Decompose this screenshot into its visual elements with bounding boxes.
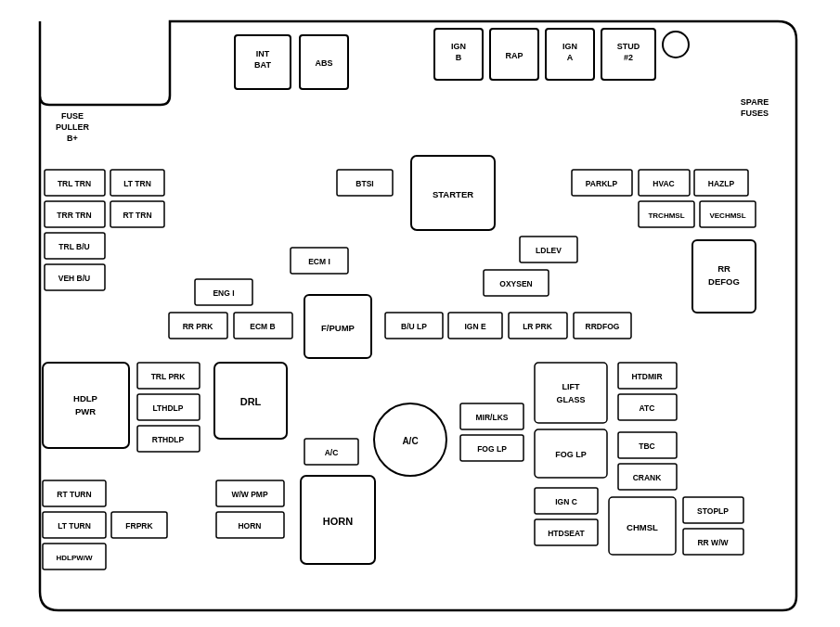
svg-text:IGN E: IGN E bbox=[464, 322, 485, 331]
svg-text:DRL: DRL bbox=[239, 396, 261, 407]
svg-text:HORN: HORN bbox=[322, 516, 352, 527]
svg-text:RR W/W: RR W/W bbox=[697, 538, 729, 547]
svg-text:LIFT: LIFT bbox=[562, 382, 579, 391]
svg-text:STARTER: STARTER bbox=[432, 189, 472, 199]
svg-text:HTDSEAT: HTDSEAT bbox=[548, 529, 585, 538]
svg-text:B: B bbox=[455, 53, 461, 62]
svg-text:MIR/LKS: MIR/LKS bbox=[475, 413, 508, 422]
svg-text:HDLPW/W: HDLPW/W bbox=[56, 554, 93, 562]
svg-text:STUD: STUD bbox=[616, 42, 640, 51]
svg-text:LT TURN: LT TURN bbox=[58, 521, 91, 531]
svg-text:BAT: BAT bbox=[254, 60, 271, 70]
svg-text:A: A bbox=[566, 53, 573, 62]
svg-text:FOG LP: FOG LP bbox=[555, 450, 587, 459]
svg-text:IGN C: IGN C bbox=[555, 497, 577, 506]
svg-text:ECM B: ECM B bbox=[250, 322, 275, 331]
svg-text:B/U LP: B/U LP bbox=[401, 322, 427, 331]
svg-text:ABS: ABS bbox=[315, 58, 332, 68]
svg-text:HORN: HORN bbox=[238, 521, 261, 531]
svg-text:FOG LP: FOG LP bbox=[477, 444, 507, 454]
svg-text:RTHDLP: RTHDLP bbox=[151, 435, 184, 444]
svg-text:ECM I: ECM I bbox=[308, 257, 330, 266]
svg-text:RT TURN: RT TURN bbox=[57, 490, 91, 499]
svg-text:HVAC: HVAC bbox=[653, 179, 674, 188]
svg-text:TRL PRK: TRL PRK bbox=[150, 372, 186, 381]
svg-text:TRCHMSL: TRCHMSL bbox=[648, 211, 684, 220]
svg-text:RT TRN: RT TRN bbox=[123, 211, 151, 220]
svg-text:IGN: IGN bbox=[562, 42, 576, 51]
svg-rect-92 bbox=[535, 363, 607, 423]
svg-text:RR PRK: RR PRK bbox=[182, 322, 213, 331]
svg-text:OXYSEN: OXYSEN bbox=[499, 279, 532, 288]
svg-text:F/PUMP: F/PUMP bbox=[321, 323, 355, 333]
svg-text:#2: #2 bbox=[623, 53, 632, 62]
svg-text:SPARE: SPARE bbox=[740, 97, 768, 107]
svg-rect-73 bbox=[43, 363, 129, 448]
svg-text:HDLP: HDLP bbox=[73, 393, 98, 403]
svg-text:VECHMSL: VECHMSL bbox=[709, 211, 745, 220]
svg-text:CRANK: CRANK bbox=[632, 473, 662, 482]
svg-text:TBC: TBC bbox=[639, 441, 654, 451]
svg-text:HTDMIR: HTDMIR bbox=[631, 372, 662, 381]
fuse-diagram: INT BAT ABS IGN B RAP IGN A STUD #2 FUSE… bbox=[17, 12, 824, 615]
svg-text:TRL B/U: TRL B/U bbox=[58, 242, 89, 251]
svg-text:LR PRK: LR PRK bbox=[523, 322, 553, 331]
svg-text:TRR TRN: TRR TRN bbox=[57, 211, 91, 220]
svg-text:RAP: RAP bbox=[505, 51, 523, 60]
svg-text:INT: INT bbox=[255, 49, 269, 58]
svg-text:CHMSL: CHMSL bbox=[627, 522, 658, 532]
svg-text:RRDFOG: RRDFOG bbox=[585, 322, 619, 331]
svg-text:FUSES: FUSES bbox=[740, 109, 768, 118]
svg-point-16 bbox=[663, 32, 689, 58]
svg-text:A/C: A/C bbox=[324, 448, 338, 457]
svg-text:RR: RR bbox=[717, 263, 730, 274]
svg-text:W/W PMP: W/W PMP bbox=[231, 490, 268, 499]
svg-text:B+: B+ bbox=[67, 134, 78, 143]
svg-text:ENG I: ENG I bbox=[213, 288, 234, 298]
svg-text:IGN: IGN bbox=[450, 42, 465, 51]
svg-text:LT TRN: LT TRN bbox=[123, 179, 151, 188]
svg-text:A/C: A/C bbox=[402, 436, 418, 446]
svg-text:VEH B/U: VEH B/U bbox=[58, 274, 89, 283]
svg-text:PULLER: PULLER bbox=[56, 122, 90, 132]
svg-text:BTSI: BTSI bbox=[355, 179, 373, 188]
svg-text:TRL TRN: TRL TRN bbox=[57, 179, 90, 188]
svg-text:STOPLP: STOPLP bbox=[697, 506, 729, 516]
svg-text:HAZLP: HAZLP bbox=[707, 179, 734, 188]
svg-text:ATC: ATC bbox=[639, 403, 654, 413]
svg-text:DEFOG: DEFOG bbox=[708, 276, 740, 287]
svg-text:PWR: PWR bbox=[74, 406, 95, 416]
svg-text:LDLEV: LDLEV bbox=[536, 246, 562, 255]
svg-text:FRPRK: FRPRK bbox=[125, 521, 153, 531]
svg-text:LTHDLP: LTHDLP bbox=[152, 403, 183, 413]
svg-text:FUSE: FUSE bbox=[60, 111, 83, 121]
svg-text:PARKLP: PARKLP bbox=[585, 179, 617, 188]
svg-text:GLASS: GLASS bbox=[556, 395, 585, 404]
